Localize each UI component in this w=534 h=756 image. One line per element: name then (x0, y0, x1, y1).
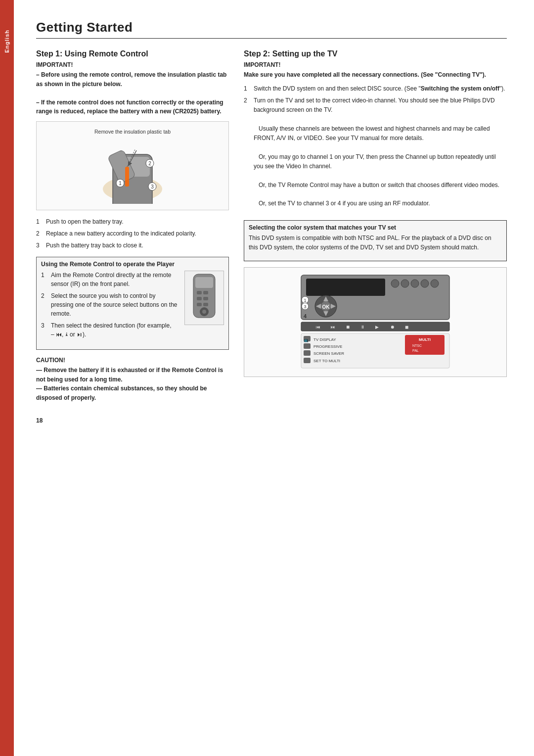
svg-point-21 (202, 310, 206, 314)
svg-text:1: 1 (304, 298, 306, 303)
step2-item2-num: 2 (244, 96, 251, 213)
step2-important-text: Make sure you have completed all the nec… (244, 70, 507, 79)
svg-text:⏹: ⏹ (346, 325, 350, 330)
rc-step2-text: Select the source you wish to control by… (51, 291, 179, 318)
step1-steps-list: 1 Push to open the battery tray. 2 Repla… (36, 217, 229, 250)
svg-rect-61 (304, 358, 311, 363)
svg-text:PROGRESSIVE: PROGRESSIVE (313, 344, 342, 349)
svg-text:PAL: PAL (412, 349, 419, 352)
step1-intro-line1: – Before using the remote control, remov… (36, 71, 226, 88)
remote-svg-area: 2 1 3 (42, 140, 223, 204)
step2-item-2: 2 Turn on the TV and set to the correct … (244, 96, 507, 213)
battery-caption: Remove the insulation plastic tab (42, 129, 223, 135)
step1-step1-num: 1 (36, 217, 43, 226)
sidebar-tab: English (0, 0, 14, 756)
step1-column: Step 1: Using Remote Control IMPORTANT! … (36, 49, 229, 424)
svg-text:3: 3 (151, 184, 154, 189)
step1-step2-num: 2 (36, 229, 43, 238)
rc-step-2: 2 Select the source you wish to control … (41, 291, 179, 318)
small-remote-image (184, 271, 224, 325)
caution-label: CAUTION! (36, 357, 229, 364)
step2-steps-list: 1 Switch the DVD system on and then sele… (244, 84, 507, 213)
rc-text-items: 1 Aim the Remote Control directly at the… (41, 271, 179, 346)
svg-text:⏸: ⏸ (360, 325, 365, 330)
color-system-box: Selecting the color system that matches … (244, 220, 507, 261)
svg-point-28 (431, 280, 439, 287)
svg-point-24 (391, 280, 399, 287)
svg-text:1: 1 (119, 181, 122, 186)
rc-box-title: Using the Remote Control to operate the … (41, 261, 224, 268)
svg-text:📺: 📺 (304, 337, 309, 342)
caution-line2: — Batteries contain chemical substances,… (36, 385, 207, 401)
svg-text:⏺: ⏺ (390, 325, 395, 330)
svg-text:⏮: ⏮ (316, 325, 320, 330)
rc-operate-box: Using the Remote Control to operate the … (36, 257, 229, 350)
rc-step2-num: 2 (41, 291, 48, 318)
step2-item1-main: Switch the DVD system on and then select… (254, 85, 505, 92)
page-number: 18 (36, 417, 229, 424)
step1-step-3: 3 Push the battery tray back to close it… (36, 241, 229, 250)
rc-items-row: 1 Aim the Remote Control directly at the… (41, 271, 224, 346)
small-remote-svg (189, 273, 219, 323)
rc-step3-text: Then select the desired function (for ex… (51, 321, 171, 339)
two-column-layout: Step 1: Using Remote Control IMPORTANT! … (36, 49, 507, 424)
color-system-text: This DVD system is compatible with both … (249, 234, 502, 252)
svg-text:TV DISPLAY: TV DISPLAY (313, 337, 336, 342)
svg-text:SCREEN SAVER: SCREEN SAVER (313, 351, 344, 356)
svg-text:▶: ▶ (375, 325, 379, 330)
battery-image-box: Remove the insulation plastic tab (36, 121, 229, 210)
page-wrapper: English Getting Started Step 1: Using Re… (0, 0, 534, 756)
step2-item2-text: Turn on the TV and set to the correct vi… (254, 96, 507, 208)
step1-step3-text: Push the battery tray back to close it. (46, 241, 143, 250)
step2-item1-text: Switch the DVD system on and then select… (254, 84, 505, 93)
step1-intro-line2: – If the remote control does not functio… (36, 99, 223, 115)
battery-remote-svg: 2 1 3 (73, 140, 192, 204)
step2-important-label: IMPORTANT! (244, 61, 507, 68)
svg-point-26 (411, 280, 419, 287)
caution-text: — Remove the battery if it is exhausted … (36, 366, 229, 402)
svg-text:◼: ◼ (405, 325, 408, 330)
svg-text:NTSC: NTSC (412, 344, 422, 347)
step1-heading: Step 1: Using Remote Control (36, 49, 229, 58)
caution-section: CAUTION! — Remove the battery if it is e… (36, 357, 229, 402)
caution-line1: — Remove the battery if it is exhausted … (36, 367, 223, 383)
color-system-title: Selecting the color system that matches … (249, 224, 502, 231)
svg-rect-23 (306, 279, 385, 296)
rc-step-1: 1 Aim the Remote Control directly at the… (41, 271, 179, 288)
step1-step-2: 2 Replace a new battery according to the… (36, 229, 229, 238)
svg-rect-4 (125, 167, 129, 187)
svg-rect-16 (197, 297, 202, 300)
svg-text:2: 2 (148, 161, 151, 166)
rc-step1-text: Aim the Remote Control directly at the r… (51, 271, 179, 288)
step2-heading: Step 2: Setting up the TV (244, 49, 507, 58)
svg-text:3: 3 (304, 304, 306, 309)
step2-item1-num: 1 (244, 84, 251, 93)
step1-step3-num: 3 (36, 241, 43, 250)
rc-step1-num: 1 (41, 271, 48, 288)
svg-rect-15 (203, 291, 208, 294)
svg-rect-18 (197, 303, 202, 306)
dvd-panel-svg: OK 1 3 4 ⏮ (296, 273, 454, 372)
step1-step2-text: Replace a new battery according to the i… (46, 229, 196, 238)
sidebar-language-label: English (4, 30, 10, 53)
rc-step3-num: 3 (41, 321, 48, 339)
svg-rect-13 (195, 277, 213, 288)
step1-important-label: IMPORTANT! (36, 61, 229, 68)
svg-rect-19 (203, 303, 208, 306)
svg-text:⏭: ⏭ (331, 325, 335, 330)
main-content: Getting Started Step 1: Using Remote Con… (14, 0, 534, 756)
svg-rect-57 (304, 343, 311, 349)
rc-steps-list: 1 Aim the Remote Control directly at the… (41, 271, 179, 339)
step2-item-1: 1 Switch the DVD system on and then sele… (244, 84, 507, 93)
rc-step-3: 3 Then select the desired function (for … (41, 321, 179, 339)
step1-step-1: 1 Push to open the battery tray. (36, 217, 229, 226)
step2-switching-bold: Switching the system on/off (421, 85, 499, 92)
svg-text:SET TO MULTI: SET TO MULTI (313, 359, 340, 363)
svg-text:OK: OK (322, 304, 330, 310)
svg-point-25 (401, 280, 409, 287)
svg-point-27 (421, 280, 429, 287)
svg-text:4: 4 (304, 313, 307, 319)
svg-rect-17 (203, 297, 208, 300)
svg-rect-14 (197, 291, 202, 294)
title-divider (36, 38, 507, 39)
